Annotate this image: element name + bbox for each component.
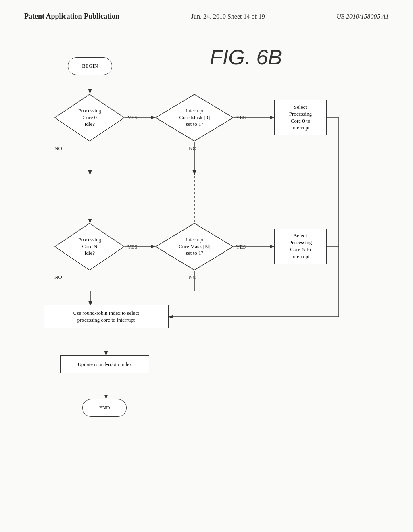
- diamond1-wrapper: Processing Core 0 idle?: [54, 94, 125, 142]
- select-core0-label: Select Processing Core 0 to interrupt: [289, 104, 312, 131]
- roundrobin-label: Use round-robin index to select processi…: [73, 310, 139, 324]
- yes4-label: YES: [236, 244, 246, 250]
- end-shape: END: [82, 399, 127, 417]
- sheet-info: Jun. 24, 2010 Sheet 14 of 19: [191, 13, 265, 20]
- yes2-label: YES: [236, 114, 246, 121]
- diamond2-text: Interrupt Core Mask [0] set to 1?: [155, 94, 234, 142]
- begin-label: BEGIN: [82, 63, 98, 70]
- no1-label: NO: [54, 145, 62, 152]
- page-header: Patent Application Publication Jun. 24, …: [0, 0, 413, 25]
- roundrobin-box: Use round-robin index to select processi…: [44, 305, 169, 328]
- update-box: Update round-robin index: [60, 355, 149, 373]
- no4-label: NO: [189, 274, 196, 281]
- select-coreN-box: Select Processing Core N to interrupt: [274, 229, 327, 264]
- update-label: Update round-robin index: [77, 361, 132, 368]
- figure-label: FIG. 6B: [210, 45, 282, 69]
- yes3-label: YES: [127, 244, 138, 250]
- diamond3-wrapper: Processing Core N idle?: [54, 222, 125, 271]
- diagram-area: FIG. 6B BEGIN Processing Core 0 idle? In…: [0, 25, 413, 509]
- diamond2-wrapper: Interrupt Core Mask [0] set to 1?: [155, 94, 234, 142]
- diamond4-text: Interrupt Core Mask [N] set to 1?: [155, 222, 234, 271]
- diamond3-text: Processing Core N idle?: [54, 222, 125, 271]
- page: Patent Application Publication Jun. 24, …: [0, 0, 413, 532]
- diamond1-text: Processing Core 0 idle?: [54, 94, 125, 142]
- patent-number: US 2010/158005 A1: [337, 13, 389, 20]
- end-label: END: [99, 405, 110, 411]
- select-coreN-label: Select Processing Core N to interrupt: [289, 233, 312, 260]
- diamond4-wrapper: Interrupt Core Mask [N] set to 1?: [155, 222, 234, 271]
- select-core0-box: Select Processing Core 0 to interrupt: [274, 100, 327, 135]
- no3-label: NO: [54, 274, 62, 281]
- no2-label: NO: [189, 145, 196, 152]
- publication-title: Patent Application Publication: [24, 12, 119, 21]
- begin-shape: BEGIN: [68, 57, 112, 75]
- yes1-label: YES: [127, 114, 138, 121]
